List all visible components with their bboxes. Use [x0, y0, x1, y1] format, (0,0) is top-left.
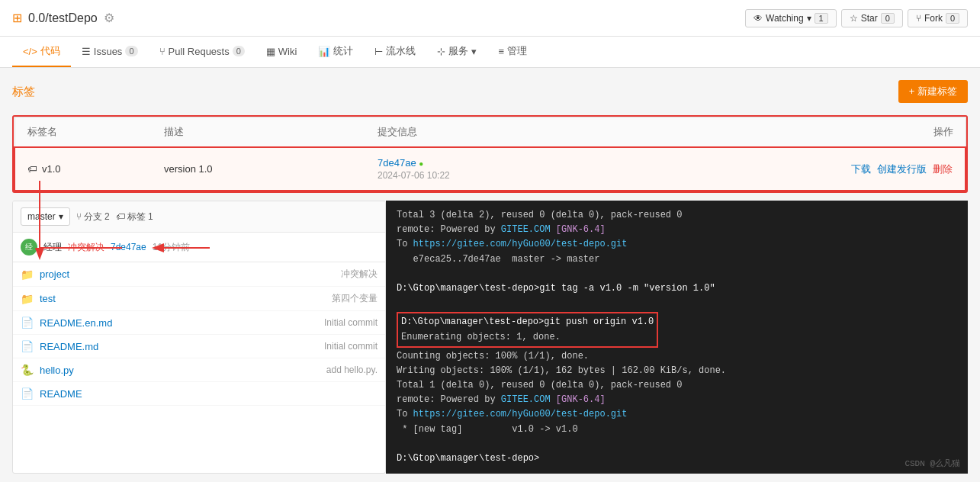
terminal-line: [397, 267, 957, 281]
python-icon: 🐍: [21, 364, 34, 376]
tags-header: 标签 + 新建标签: [12, 80, 968, 103]
services-dropdown: ▾: [471, 46, 477, 57]
list-item[interactable]: 📄 README: [13, 382, 385, 406]
tab-pipeline-label: 流水线: [386, 44, 416, 58]
col-commit-info: 提交信息: [365, 117, 813, 148]
terminal-highlighted-block: D:\Gtop\manager\test-depo>git push origi…: [397, 312, 658, 347]
tab-manage[interactable]: ≡ 管理: [487, 37, 538, 67]
watching-dropdown-icon: ▾: [807, 13, 811, 24]
tags-stat: 🏷 标签 1: [116, 210, 153, 223]
tab-wiki[interactable]: ▦ Wiki: [255, 38, 308, 66]
tab-stats-label: 统计: [333, 44, 353, 58]
tag-name-cell: 🏷 v1.0: [14, 147, 152, 191]
avatar: 经: [21, 239, 37, 255]
tab-stats[interactable]: 📊 统计: [307, 37, 364, 67]
create-release-link[interactable]: 创建发行版: [877, 162, 927, 176]
repo-icon: ⊞: [12, 11, 22, 25]
star-button[interactable]: ☆ Star 0: [841, 9, 903, 27]
commit-hash-link[interactable]: 7de47ae: [378, 157, 416, 169]
tab-services[interactable]: ⊹ 服务 ▾: [426, 37, 487, 67]
tab-code-label: 代码: [40, 44, 60, 58]
branches-stat: ⑂ 分支 2: [76, 210, 110, 223]
file-browser: master ▾ ⑂ 分支 2 🏷 标签 1 经 经理 冲突解决 7de47ae…: [12, 201, 386, 474]
terminal-line: D:\Gtop\manager\test-depo>git tag -a v1.…: [397, 281, 957, 296]
terminal-line: * [new tag] v1.0 -> v1.0: [397, 423, 957, 437]
fork-button[interactable]: ⑂ Fork 0: [908, 9, 968, 27]
list-item[interactable]: 📄 README.md Initial commit: [13, 335, 385, 358]
csdn-watermark: CSDN @么凡猫: [904, 458, 960, 469]
commit-time: 11分钟前: [153, 241, 190, 254]
terminal-line: Enumerating objects: 1, done.: [401, 330, 654, 345]
branch-name: master: [27, 211, 56, 222]
pr-badge: 0: [233, 46, 245, 56]
list-item[interactable]: 🐍 hello.py add hello.py.: [13, 358, 385, 382]
tab-services-label: 服务: [448, 44, 468, 58]
commit-status-dot: ●: [419, 159, 423, 168]
fork-icon: ⑂: [916, 13, 921, 24]
terminal-line: remote: Powered by GITEE.COM [GNK-6.4]: [397, 223, 957, 237]
commit-sha-link[interactable]: 7de47ae: [111, 242, 146, 252]
tags-count: 标签 1: [127, 210, 153, 223]
header-right: 👁 Watching ▾ 1 ☆ Star 0 ⑂ Fork 0: [745, 9, 968, 27]
terminal-line: To https://gitee.com/hyGuo00/test-depo.g…: [397, 407, 957, 422]
star-count: 0: [881, 13, 895, 24]
terminal-line: e7eca25..7de47ae master -> master: [397, 252, 957, 267]
pr-icon: ⑂: [159, 46, 165, 57]
settings-icon[interactable]: ⚙: [104, 11, 114, 25]
file-icon: 📄: [21, 317, 34, 329]
terminal-line: Total 3 (delta 2), reused 0 (delta 0), p…: [397, 208, 957, 223]
branches-count: 分支 2: [84, 210, 110, 223]
col-description: 描述: [152, 117, 365, 148]
tab-code[interactable]: </> 代码: [12, 37, 71, 67]
list-item[interactable]: 📁 project 冲突解决: [13, 262, 385, 287]
header: ⊞ 0.0/testDepo ⚙ 👁 Watching ▾ 1 ☆ Star 0…: [0, 0, 980, 37]
table-row: 🏷 v1.0 version 1.0 7de47ae ● 2024-07-06 …: [14, 147, 966, 191]
tab-issues-label: Issues: [94, 46, 123, 57]
download-link[interactable]: 下载: [851, 162, 871, 176]
file-icon: 📄: [21, 387, 34, 400]
tag-description: version 1.0: [164, 163, 213, 175]
watching-button[interactable]: 👁 Watching ▾ 1: [745, 9, 837, 27]
manage-icon: ≡: [498, 46, 504, 57]
delete-link[interactable]: 删除: [933, 162, 953, 176]
header-left: ⊞ 0.0/testDepo ⚙: [12, 11, 114, 25]
tags-table: 标签名 描述 提交信息 操作 🏷 v1.0 version 1.0: [14, 117, 966, 191]
tag-name: v1.0: [42, 163, 61, 175]
services-icon: ⊹: [437, 46, 445, 57]
stats-icon: 📊: [318, 46, 330, 57]
fork-count: 0: [946, 13, 959, 24]
file-name: test: [40, 293, 209, 304]
latest-commit-row: 经 经理 冲突解决 7de47ae 11分钟前: [13, 233, 385, 262]
tags-table-head: 标签名 描述 提交信息 操作: [14, 117, 966, 148]
list-item[interactable]: 📄 README.en.md Initial commit: [13, 311, 385, 335]
tag-commit-cell: 7de47ae ● 2024-07-06 10:22: [365, 147, 813, 191]
watching-count: 1: [815, 13, 828, 24]
terminal-line: [397, 437, 957, 451]
terminal-line: [397, 296, 957, 310]
commit-author: 经理: [43, 241, 62, 254]
branch-selector[interactable]: master ▾: [21, 207, 70, 226]
tag-description-cell: version 1.0: [152, 147, 365, 191]
pipeline-icon: ⊢: [374, 46, 383, 57]
branch-dropdown-icon: ▾: [59, 211, 63, 222]
file-name: hello.py: [40, 365, 209, 376]
star-label: Star: [861, 13, 878, 24]
terminal-line: Counting objects: 100% (1/1), done.: [397, 349, 957, 364]
repo-title: 0.0/testDepo: [28, 11, 98, 25]
col-actions: 操作: [813, 117, 966, 148]
file-name: README: [40, 388, 209, 400]
col-tag-name: 标签名: [14, 117, 152, 148]
terminal-panel: Total 3 (delta 2), reused 0 (delta 0), p…: [386, 201, 968, 474]
folder-icon: 📁: [21, 293, 34, 305]
list-item[interactable]: 📁 test 第四个变量: [13, 287, 385, 311]
file-commit-msg: 第四个变量: [209, 292, 378, 305]
tab-pullrequests[interactable]: ⑂ Pull Requests 0: [149, 38, 255, 66]
watching-label: Watching: [766, 13, 804, 24]
bottom-section: master ▾ ⑂ 分支 2 🏷 标签 1 经 经理 冲突解决 7de47ae…: [12, 201, 968, 474]
new-tag-button[interactable]: + 新建标签: [898, 80, 968, 103]
tab-pipeline[interactable]: ⊢ 流水线: [364, 37, 426, 67]
terminal-line: D:\Gtop\manager\test-depo>git push origi…: [401, 315, 654, 329]
file-name: README.en.md: [40, 317, 209, 329]
tab-issues[interactable]: ☰ Issues 0: [71, 38, 149, 66]
fork-label: Fork: [924, 13, 943, 24]
